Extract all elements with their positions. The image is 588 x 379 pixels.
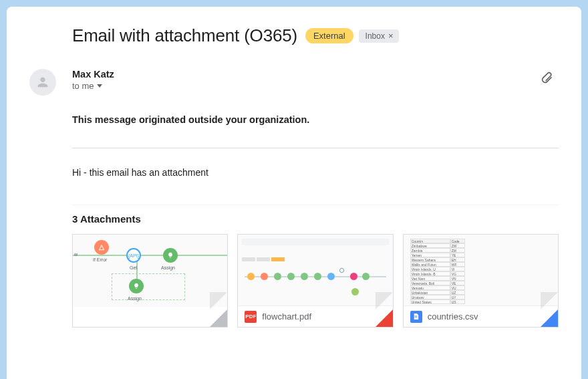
sender-name: Max Katz [72,69,559,80]
email-subject: Email with attachment (O365) [72,25,297,46]
attachment-preview: CountryCode ZimbabweZW ZambiaZM YemenYE … [404,235,558,307]
email-body: Hi - this email has an attachment [29,167,559,178]
paperclip-icon [540,70,553,84]
external-badge: External [305,28,353,43]
attachment-card[interactable]: PDF flowchart.pdf [237,234,393,328]
divider [72,148,559,148]
attachment-preview: {API} If Error Get Assign Assign w [73,235,227,307]
dogear-icon [376,309,393,327]
attachments-header: 3 Attachments [72,205,559,225]
dogear-icon [210,309,227,327]
attachment-preview [238,235,392,307]
attachment-indicator-icon [540,70,553,86]
sheet-icon [410,311,422,323]
attachment-card[interactable]: {API} If Error Get Assign Assign w [72,234,228,328]
attachment-footer: countries.csv [404,305,558,327]
external-warning: This message originated outside your org… [29,114,559,125]
subject-row: Email with attachment (O365) External In… [29,25,559,46]
message-header: Max Katz to me [29,69,559,96]
attachments-row: {API} If Error Get Assign Assign w [29,234,559,328]
inbox-label-chip[interactable]: Inbox × [359,29,399,43]
attachment-footer: PDF flowchart.pdf [238,305,392,327]
recipient-dropdown[interactable]: to me [72,81,559,91]
email-card: Email with attachment (O365) External In… [7,7,581,379]
recipient-text: to me [72,81,94,91]
pdf-icon: PDF [245,311,257,323]
remove-label-icon[interactable]: × [388,31,394,40]
attachment-card[interactable]: CountryCode ZimbabweZW ZambiaZM YemenYE … [403,234,559,328]
dogear-icon [541,309,558,327]
attachment-filename: countries.csv [428,311,478,322]
person-icon [35,75,50,90]
attachment-filename: flowchart.pdf [262,311,311,322]
chevron-down-icon [97,84,102,88]
sender-avatar[interactable] [29,69,56,96]
inbox-label-text: Inbox [365,31,385,41]
